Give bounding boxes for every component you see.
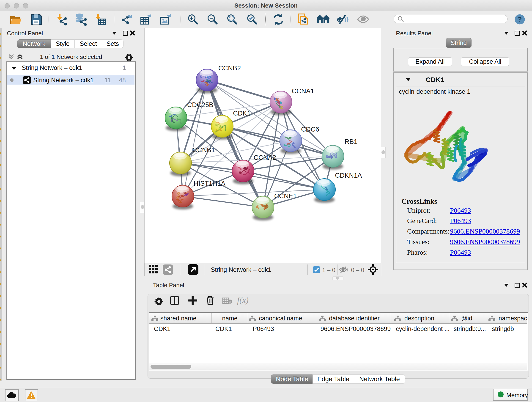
svg-text:?: ? bbox=[518, 15, 522, 23]
svg-text:CCNB2: CCNB2 bbox=[218, 64, 241, 72]
svg-text:RB1: RB1 bbox=[345, 138, 357, 145]
svg-text:CDC25B: CDC25B bbox=[187, 101, 213, 108]
svg-text:CCNE1: CCNE1 bbox=[274, 192, 297, 200]
svg-text:CCNA1: CCNA1 bbox=[292, 87, 314, 95]
svg-text:HIST1H1A: HIST1H1A bbox=[194, 180, 225, 187]
svg-text:CCNB1: CCNB1 bbox=[192, 146, 215, 153]
svg-text:CDC6: CDC6 bbox=[301, 126, 319, 133]
svg-text:CCNA2: CCNA2 bbox=[254, 154, 276, 161]
svg-text:CDKN1A: CDKN1A bbox=[335, 172, 362, 179]
svg-text:CDK1: CDK1 bbox=[233, 109, 251, 117]
